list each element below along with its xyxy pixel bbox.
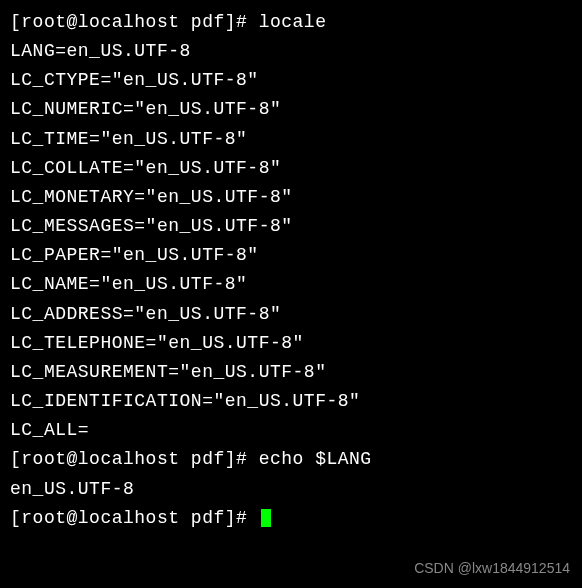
terminal-output-line: LANG=en_US.UTF-8 <box>10 37 572 66</box>
terminal-prompt-line: [root@localhost pdf]# <box>10 504 572 533</box>
terminal-output-line: LC_CTYPE="en_US.UTF-8" <box>10 66 572 95</box>
terminal-output-line: en_US.UTF-8 <box>10 475 572 504</box>
terminal-output-line: LC_TIME="en_US.UTF-8" <box>10 125 572 154</box>
terminal-output-line: [root@localhost pdf]# echo $LANG <box>10 445 572 474</box>
terminal-output-line: LC_TELEPHONE="en_US.UTF-8" <box>10 329 572 358</box>
terminal-area[interactable]: [root@localhost pdf]# locale LANG=en_US.… <box>10 8 572 533</box>
terminal-output-line: LC_ALL= <box>10 416 572 445</box>
terminal-output-line: LC_MONETARY="en_US.UTF-8" <box>10 183 572 212</box>
terminal-prompt: [root@localhost pdf]# <box>10 508 259 528</box>
terminal-output-line: LC_PAPER="en_US.UTF-8" <box>10 241 572 270</box>
terminal-output-line: LC_MESSAGES="en_US.UTF-8" <box>10 212 572 241</box>
terminal-output-line: LC_ADDRESS="en_US.UTF-8" <box>10 300 572 329</box>
terminal-output-line: LC_IDENTIFICATION="en_US.UTF-8" <box>10 387 572 416</box>
terminal-output-line: LC_NUMERIC="en_US.UTF-8" <box>10 95 572 124</box>
cursor-icon <box>261 509 271 527</box>
terminal-output-line: LC_COLLATE="en_US.UTF-8" <box>10 154 572 183</box>
terminal-output-line: [root@localhost pdf]# locale <box>10 8 572 37</box>
terminal-output-line: LC_MEASUREMENT="en_US.UTF-8" <box>10 358 572 387</box>
watermark-text: CSDN @lxw1844912514 <box>414 557 570 580</box>
terminal-output-line: LC_NAME="en_US.UTF-8" <box>10 270 572 299</box>
